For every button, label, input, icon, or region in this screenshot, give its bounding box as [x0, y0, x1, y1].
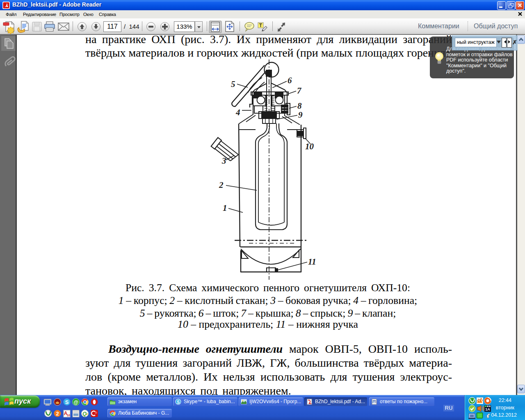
svg-text:Q: Q: [82, 411, 87, 417]
svg-text:1: 1: [223, 203, 227, 213]
svg-text:S: S: [65, 399, 69, 405]
svg-text:2: 2: [219, 180, 224, 190]
svg-text:6: 6: [288, 75, 292, 85]
svg-text:@: @: [73, 399, 78, 405]
svg-text:W: W: [373, 401, 376, 404]
svg-text:10: 10: [67, 414, 70, 417]
svg-text:3: 3: [221, 156, 226, 166]
svg-text:10: 10: [305, 142, 314, 151]
svg-text:9: 9: [298, 110, 303, 120]
svg-text:11: 11: [308, 257, 316, 267]
svg-text:2: 2: [56, 411, 59, 417]
svg-text:7: 7: [297, 86, 302, 96]
svg-text:S: S: [177, 400, 180, 404]
svg-text:1A: 1A: [485, 407, 490, 411]
svg-text:8: 8: [297, 101, 302, 111]
svg-text:5: 5: [231, 79, 235, 89]
svg-text:4: 4: [235, 107, 240, 117]
